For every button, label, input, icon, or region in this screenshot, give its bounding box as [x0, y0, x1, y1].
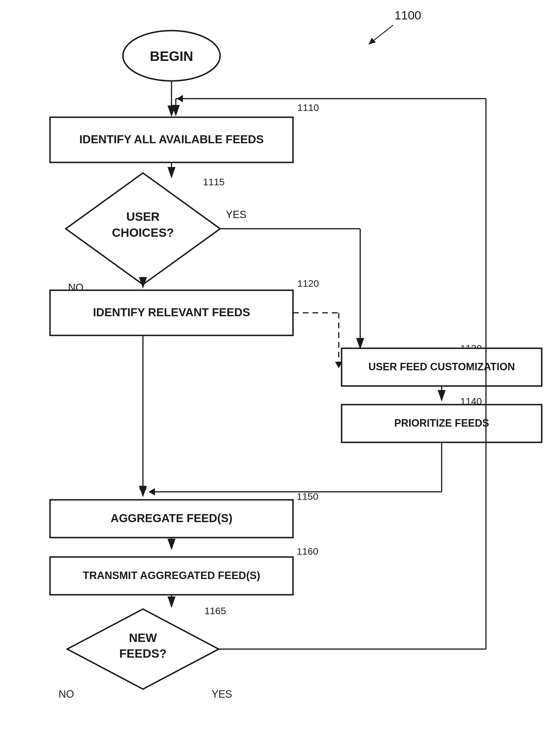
- ref-1120-text: 1120: [297, 278, 319, 289]
- yes-1115: YES: [226, 209, 246, 220]
- ref-1160-text: 1160: [297, 546, 318, 557]
- box-1140-text: PRIORITIZE FEEDS: [394, 417, 489, 429]
- ref-1115-text: 1115: [203, 176, 225, 187]
- ref-1165-text: 1165: [204, 605, 226, 616]
- diamond-1115-text2: CHOICES?: [112, 226, 174, 239]
- diamond-1115-text1: USER: [126, 210, 160, 223]
- no-1165: NO: [59, 688, 74, 700]
- ref-1110-text: 1110: [297, 102, 319, 113]
- yes-1165: YES: [212, 688, 232, 700]
- box-1150-text: AGGREGATE FEED(S): [111, 512, 232, 524]
- ref-1100-text: 1100: [394, 9, 421, 22]
- box-1110-text: IDENTIFY ALL AVAILABLE FEEDS: [79, 133, 264, 146]
- ref-1150-text: 1150: [297, 491, 318, 502]
- box-1130-text: USER FEED CUSTOMIZATION: [368, 361, 515, 373]
- begin-text: BEGIN: [150, 49, 193, 64]
- diamond-1165-text1: NEW: [129, 631, 157, 645]
- box-1120-text: IDENTIFY RELEVANT FEEDS: [93, 306, 250, 319]
- box-1160-text: TRANSMIT AGGREGATED FEED(S): [83, 570, 260, 581]
- diamond-1165-text2: FEEDS?: [119, 647, 167, 660]
- main-diagram: 1100 BEGIN 1110 IDENTIFY ALL AVAILABLE F…: [0, 0, 560, 732]
